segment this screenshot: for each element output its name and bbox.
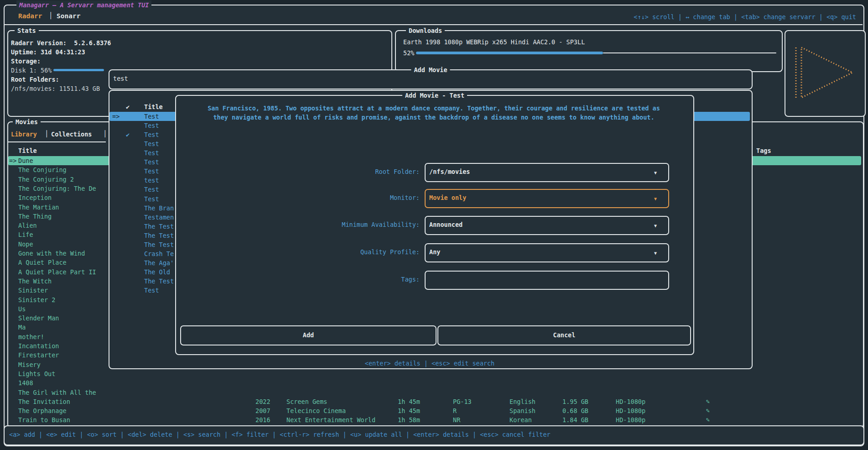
movie-list-item[interactable]: Alien	[18, 221, 37, 230]
checked-icon: ✔	[126, 130, 130, 139]
table-cell: 1.95 GB	[562, 397, 588, 406]
movie-list-item[interactable]: Gone with the Wind	[18, 249, 85, 258]
movie-list-item[interactable]: Slender Man	[18, 314, 59, 323]
edit-pencil-icon[interactable]: ✎	[706, 415, 710, 424]
movie-list-item[interactable]: The Invitation	[18, 397, 70, 406]
cancel-button[interactable]: Cancel	[437, 325, 691, 345]
add-button[interactable]: Add	[180, 325, 437, 345]
search-result-row[interactable]: The Test	[144, 222, 174, 231]
search-result-row[interactable]: Test	[144, 139, 159, 148]
tab-separator: │	[49, 11, 52, 20]
movie-list-item[interactable]: Us	[18, 304, 26, 314]
search-result-row[interactable]: Test	[144, 148, 159, 157]
movies-tab-separator-2: │	[103, 129, 107, 138]
movie-description-line-1: San Francisco, 1985. Two opposites attra…	[180, 104, 688, 113]
managarr-logo-icon	[792, 45, 856, 100]
search-result-row[interactable]: The Test	[144, 231, 174, 240]
tab-sonarr[interactable]: Sonarr	[57, 11, 80, 21]
table-cell: Spanish	[509, 406, 535, 415]
movie-list-item[interactable]: Sinister 2	[18, 295, 55, 304]
table-cell: 1h 58m	[398, 415, 420, 424]
selected-movie-label: Dune	[18, 156, 33, 165]
table-cell: 2016	[255, 415, 270, 424]
movie-list-item[interactable]: The Conjuring: The De	[18, 184, 96, 193]
movie-list-item[interactable]: The Martian	[18, 203, 59, 212]
results-keybind-hints: <enter> details | <esc> edit search	[109, 359, 751, 368]
movie-list-item[interactable]: 1408	[18, 378, 33, 387]
search-result-row[interactable]: Test	[144, 286, 159, 295]
add-movie-search-input[interactable]: test	[113, 74, 128, 83]
dropdown-arrow-icon: ▼	[654, 249, 657, 258]
minimum-availability-value: Announced	[429, 220, 463, 229]
search-result-row[interactable]: Test	[144, 185, 159, 194]
search-result-row[interactable]: Crash Te	[144, 249, 174, 258]
search-result-row[interactable]: Test	[144, 121, 159, 130]
download-progress-bar	[416, 52, 603, 54]
movie-list-item[interactable]: mother!	[18, 332, 44, 341]
movie-list-item[interactable]: The Conjuring 2	[18, 175, 74, 184]
search-result-row[interactable]: The Old	[144, 267, 170, 277]
movie-list-item[interactable]: The Thing	[18, 212, 52, 221]
movie-list-item[interactable]: Nope	[18, 240, 33, 249]
movies-title: Movies	[13, 117, 41, 126]
search-result-row[interactable]: Test	[144, 194, 159, 204]
topbar-divider	[5, 24, 863, 25]
download-percent: 52%	[403, 48, 414, 58]
search-result-row[interactable]: Test	[144, 157, 159, 167]
movie-list-item[interactable]: Firestarter	[18, 351, 59, 360]
bottom-keybind-hints: <a> add | <e> edit | <o> sort | <del> de…	[9, 430, 551, 439]
selected-result-label: Test	[144, 112, 159, 121]
download-item: Earth 1998 1080p WEBRip x265 Hindi AAC2.…	[403, 37, 585, 47]
download-progress-track	[603, 52, 776, 53]
quality-profile-select[interactable]	[425, 243, 669, 262]
root-folders-heading: Root Folders:	[11, 75, 59, 84]
table-cell: Korean	[509, 415, 532, 424]
dropdown-arrow-icon: ▼	[654, 168, 657, 178]
tab-library[interactable]: Library	[11, 130, 37, 139]
add-movie-search-panel[interactable]: Add Movie	[109, 69, 753, 89]
table-cell: 2007	[255, 406, 270, 415]
tab-radarr[interactable]: Radarr	[18, 11, 42, 21]
monitor-label: Monitor:	[274, 193, 420, 202]
edit-pencil-icon[interactable]: ✎	[706, 406, 710, 415]
search-result-row[interactable]: Test	[144, 167, 159, 176]
movie-description-line-2: they navigate a world full of risks and …	[180, 113, 688, 122]
movie-list-item[interactable]: A Quiet Place Part II	[18, 267, 96, 277]
movie-list-item[interactable]: Misery	[18, 360, 41, 369]
movie-list-item[interactable]: A Quiet Place	[18, 258, 67, 267]
edit-pencil-icon[interactable]: ✎	[706, 397, 710, 406]
quality-profile-value: Any	[429, 247, 440, 256]
root-folder-info: /nfs/movies: 11511.43 GB	[11, 84, 100, 93]
table-cell: 1h 45m	[398, 397, 420, 406]
movie-list-item[interactable]: The Orphanage	[18, 406, 67, 415]
downloads-title: Downloads	[406, 26, 445, 35]
tags-input[interactable]	[425, 271, 669, 290]
movie-list-item[interactable]: The Witch	[18, 277, 52, 286]
movie-list-item[interactable]: Train to Busan	[18, 415, 70, 424]
stats-title: Stats	[15, 26, 39, 35]
search-result-row[interactable]: The Bran	[144, 204, 174, 213]
search-result-row[interactable]: test	[144, 176, 159, 185]
search-result-row[interactable]: The Test	[144, 240, 174, 249]
table-cell: Next Entertainment World	[286, 415, 375, 424]
movie-list-item[interactable]: The Girl with All the	[18, 388, 96, 397]
results-title-header: Title	[144, 102, 163, 111]
tab-collections[interactable]: Collections	[51, 130, 92, 139]
movie-list-item[interactable]: Sinister	[18, 286, 48, 295]
movie-list-item[interactable]: Ma	[18, 323, 26, 332]
search-result-row[interactable]: The Test	[144, 277, 174, 286]
movie-list-item[interactable]: Lights Out	[18, 369, 55, 378]
search-result-row[interactable]: Test	[144, 130, 159, 139]
table-cell: HD-1080p	[616, 415, 645, 424]
search-result-row[interactable]: The Aga'	[144, 258, 174, 267]
movie-list-item[interactable]: Life	[18, 230, 33, 239]
table-cell: 0.68 GB	[562, 406, 588, 415]
movies-column-header: Title	[18, 146, 37, 155]
downloads-panel: Downloads	[395, 30, 783, 72]
movies-tab-separator: │	[45, 129, 48, 138]
movie-list-item[interactable]: The Conjuring	[18, 165, 67, 174]
movie-list-item[interactable]: Incantation	[18, 341, 59, 351]
movie-list-item[interactable]: Inception	[18, 193, 52, 202]
search-result-row[interactable]: Testamen	[144, 213, 174, 222]
add-movie-search-title: Add Movie	[411, 65, 450, 74]
